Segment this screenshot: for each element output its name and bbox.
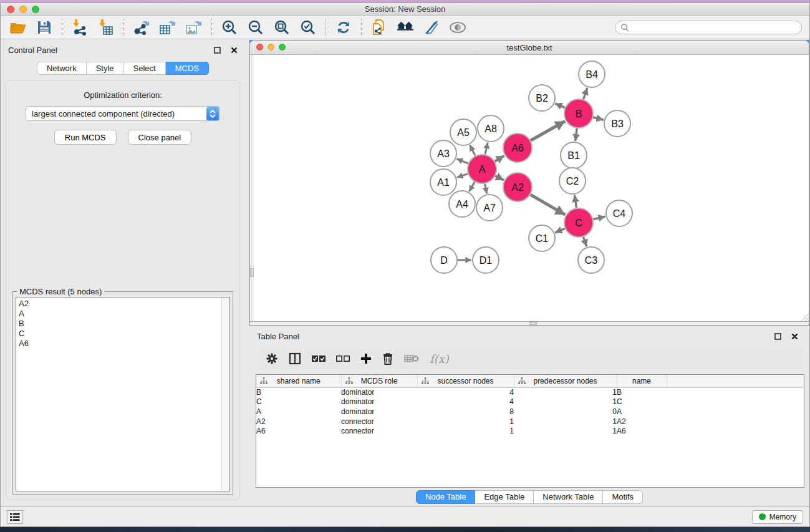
node-C1[interactable]: C1 xyxy=(529,225,555,251)
add-column-icon[interactable] xyxy=(360,353,372,364)
edge-A-A4[interactable] xyxy=(469,182,475,191)
edge-B-B4[interactable] xyxy=(584,88,587,99)
node-B[interactable]: B xyxy=(564,99,593,128)
close-panel-button[interactable]: Close panel xyxy=(128,130,192,145)
minimize-window-button[interactable] xyxy=(19,6,27,13)
import-table-icon[interactable] xyxy=(97,19,115,36)
tab-mcds[interactable]: MCDS xyxy=(166,62,209,75)
node-B1[interactable]: B1 xyxy=(561,142,587,168)
optimization-criterion-select[interactable]: largest connected component (directed) xyxy=(26,106,220,121)
edge-B-B3[interactable] xyxy=(593,117,603,120)
column-header-MCDS-role[interactable]: MCDS role xyxy=(341,375,417,387)
table-row[interactable]: Bdominator41B xyxy=(256,387,804,397)
function-builder-icon[interactable]: f(x) xyxy=(430,352,449,365)
close-panel-icon[interactable] xyxy=(791,333,798,340)
mcds-result-item[interactable]: A6 xyxy=(19,339,221,349)
tab-motifs[interactable]: Motifs xyxy=(603,490,643,504)
table-row[interactable]: Cdominator41C xyxy=(256,397,804,407)
show-graphics-details-icon[interactable] xyxy=(449,19,466,36)
node-A2[interactable]: A2 xyxy=(503,173,532,201)
zoom-out-icon[interactable] xyxy=(247,19,264,36)
memory-button[interactable]: Memory xyxy=(752,510,803,524)
mcds-result-item[interactable]: C xyxy=(19,329,221,339)
network-horizontal-scrollbar[interactable] xyxy=(250,321,809,325)
edge-A-A2[interactable] xyxy=(495,176,503,180)
mcds-result-item[interactable]: B xyxy=(19,319,221,329)
table-row[interactable]: A2connector11A2 xyxy=(256,417,804,427)
node-A7[interactable]: A7 xyxy=(476,195,503,221)
zoom-fit-icon[interactable] xyxy=(273,19,291,36)
save-session-icon[interactable] xyxy=(36,19,53,36)
tab-style[interactable]: Style xyxy=(87,62,124,75)
node-C[interactable]: C xyxy=(564,208,593,237)
column-header-name[interactable]: name xyxy=(617,375,667,387)
edge-A2-C[interactable] xyxy=(531,195,566,215)
edge-C-C2[interactable] xyxy=(574,195,576,208)
table-settings-icon[interactable] xyxy=(266,352,278,365)
edge-A-A7[interactable] xyxy=(485,184,487,194)
node-A8[interactable]: A8 xyxy=(478,115,504,142)
tab-network[interactable]: Network xyxy=(37,62,87,75)
import-network-icon[interactable] xyxy=(71,19,89,36)
node-B2[interactable]: B2 xyxy=(529,85,555,111)
deselect-all-icon[interactable] xyxy=(336,355,350,362)
delete-table-icon[interactable] xyxy=(404,354,419,364)
node-A5[interactable]: A5 xyxy=(450,119,476,145)
maximize-window-button[interactable] xyxy=(32,6,39,13)
select-all-icon[interactable] xyxy=(312,355,325,362)
close-panel-icon[interactable] xyxy=(231,47,238,54)
export-table-icon[interactable] xyxy=(159,19,176,36)
export-network-icon[interactable] xyxy=(133,19,150,36)
tab-select[interactable]: Select xyxy=(124,62,166,75)
node-D[interactable]: D xyxy=(431,247,457,273)
network-window-titlebar[interactable]: testGlobe.txt xyxy=(250,41,809,55)
export-image-icon[interactable] xyxy=(185,19,203,36)
node-B3[interactable]: B3 xyxy=(604,110,630,137)
node-A3[interactable]: A3 xyxy=(430,140,456,167)
column-header-shared-name[interactable]: shared name xyxy=(256,375,341,387)
float-panel-icon[interactable] xyxy=(774,333,781,340)
task-history-button[interactable] xyxy=(7,510,23,524)
network-close-button[interactable] xyxy=(256,44,263,51)
mcds-result-item[interactable]: A2 xyxy=(19,299,221,309)
hide-annotations-icon[interactable] xyxy=(423,19,440,36)
edge-C-C3[interactable] xyxy=(584,237,587,246)
edge-A-A5[interactable] xyxy=(470,145,475,156)
delete-column-icon[interactable] xyxy=(382,352,393,365)
table-row[interactable]: A6connector11A6 xyxy=(256,426,804,436)
mcds-result-item[interactable]: A xyxy=(19,309,221,319)
column-header-predecessor-nodes[interactable]: predecessor nodes xyxy=(514,375,617,387)
edge-A-A3[interactable] xyxy=(456,159,468,163)
network-canvas[interactable]: B4B2BB3A5A8A6A3B1AA1C2A2A4A7C4CC1C3DD1 xyxy=(254,55,809,321)
node-A4[interactable]: A4 xyxy=(449,191,475,217)
run-mcds-button[interactable]: Run MCDS xyxy=(54,130,117,145)
tab-network-table[interactable]: Network Table xyxy=(534,490,603,504)
edge-A-A6[interactable] xyxy=(495,156,504,162)
new-network-from-selection-icon[interactable] xyxy=(370,19,388,36)
refresh-icon[interactable] xyxy=(335,19,352,36)
edge-A-A1[interactable] xyxy=(457,174,468,178)
edge-C-C1[interactable] xyxy=(555,228,565,233)
home-layout-icon[interactable] xyxy=(397,19,414,36)
node-C3[interactable]: C3 xyxy=(578,247,604,273)
table-row[interactable]: Adominator80A xyxy=(256,407,804,417)
float-panel-icon[interactable] xyxy=(214,47,221,54)
zoom-selected-icon[interactable] xyxy=(299,19,317,36)
close-window-button[interactable] xyxy=(7,6,14,13)
zoom-in-icon[interactable] xyxy=(221,19,238,36)
node-C4[interactable]: C4 xyxy=(606,200,632,226)
tab-node-table[interactable]: Node Table xyxy=(416,490,476,504)
node-A1[interactable]: A1 xyxy=(430,169,456,195)
node-C2[interactable]: C2 xyxy=(559,168,586,194)
column-view-icon[interactable] xyxy=(289,352,301,365)
column-header-successor-nodes[interactable]: successor nodes xyxy=(417,375,514,387)
edge-A6-B[interactable] xyxy=(531,121,565,140)
network-minimize-button[interactable] xyxy=(268,44,274,51)
edge-C-C4[interactable] xyxy=(593,216,605,219)
network-maximize-button[interactable] xyxy=(279,44,286,51)
node-D1[interactable]: D1 xyxy=(473,247,499,273)
search-input[interactable] xyxy=(615,21,802,34)
edge-B-B1[interactable] xyxy=(576,128,577,141)
edge-A-A8[interactable] xyxy=(485,142,488,154)
node-A[interactable]: A xyxy=(468,155,496,183)
